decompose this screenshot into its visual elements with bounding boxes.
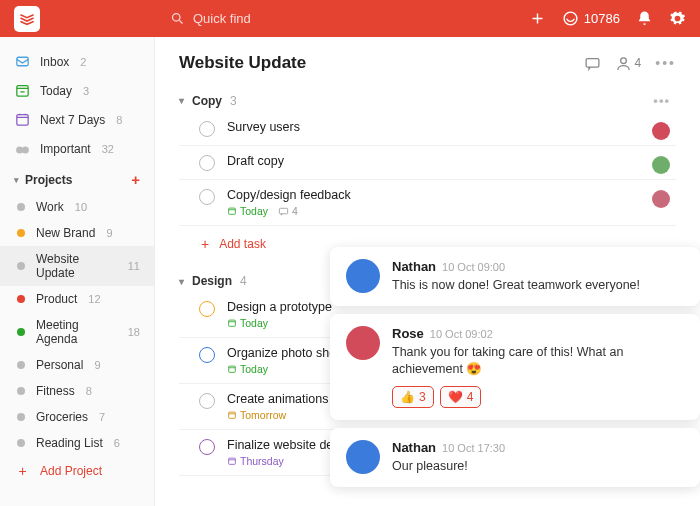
chevron-down-icon: ▾ <box>14 175 19 185</box>
comment-text: Our pleasure! <box>392 458 684 475</box>
section-header[interactable]: ▾ Copy 3 ••• <box>179 89 676 112</box>
quick-find[interactable]: Quick find <box>170 11 251 26</box>
comment-time: 10 Oct 09:02 <box>430 328 493 340</box>
project-color-icon <box>17 229 25 237</box>
search-icon <box>170 11 185 26</box>
plus-icon: + <box>201 236 209 252</box>
chevron-down-icon: ▾ <box>179 276 184 287</box>
task-title: Create animations <box>227 392 328 406</box>
plus-icon: + <box>14 462 31 479</box>
svg-rect-12 <box>229 366 236 372</box>
project-new-brand[interactable]: New Brand 9 <box>0 220 154 246</box>
section-copy: ▾ Copy 3 ••• Survey users Draft copy Cop… <box>179 89 676 262</box>
project-color-icon <box>17 439 25 447</box>
project-reading-list[interactable]: Reading List 6 <box>0 430 154 456</box>
comment-text: Thank you for taking care of this! What … <box>392 344 684 378</box>
task-title: Organize photo shoot <box>227 346 347 360</box>
project-meeting-agenda[interactable]: Meeting Agenda 18 <box>0 312 154 352</box>
task-checkbox[interactable] <box>199 155 215 171</box>
comment-avatar[interactable] <box>346 259 380 293</box>
svg-point-6 <box>22 146 29 153</box>
nav-important[interactable]: Important 32 <box>0 134 154 163</box>
svg-rect-14 <box>229 458 236 464</box>
topbar: Quick find 10786 <box>0 0 700 37</box>
comments-overlay: Nathan10 Oct 09:00 This is now done! Gre… <box>330 247 700 487</box>
people-button[interactable]: 4 <box>615 55 642 72</box>
add-project-button[interactable]: + Add Project <box>0 456 154 485</box>
comment-count[interactable]: 4 <box>278 205 298 217</box>
project-color-icon <box>17 413 25 421</box>
inbox-icon <box>14 53 31 70</box>
today-icon <box>14 82 31 99</box>
karma-icon <box>562 10 579 27</box>
task-checkbox[interactable] <box>199 301 215 317</box>
due-date: Today <box>227 205 268 217</box>
reaction-button[interactable]: 👍3 <box>392 386 434 408</box>
important-icon <box>14 140 31 157</box>
svg-rect-4 <box>17 115 28 126</box>
task-title: Copy/design feedback <box>227 188 351 202</box>
task-row[interactable]: Copy/design feedback Today 4 <box>179 180 676 226</box>
svg-point-0 <box>173 14 181 22</box>
comment-avatar[interactable] <box>346 440 380 474</box>
due-date: Today <box>227 363 268 375</box>
comment-avatar[interactable] <box>346 326 380 360</box>
svg-rect-2 <box>17 57 28 66</box>
project-groceries[interactable]: Groceries 7 <box>0 404 154 430</box>
task-checkbox[interactable] <box>199 189 215 205</box>
project-fitness[interactable]: Fitness 8 <box>0 378 154 404</box>
person-icon <box>615 55 632 72</box>
comment-time: 10 Oct 17:30 <box>442 442 505 454</box>
task-checkbox[interactable] <box>199 347 215 363</box>
task-row[interactable]: Draft copy <box>179 146 676 180</box>
project-color-icon <box>17 361 25 369</box>
assignee-avatar[interactable] <box>652 122 670 140</box>
project-color-icon <box>17 328 25 336</box>
comment-time: 10 Oct 09:00 <box>442 261 505 273</box>
reaction-button[interactable]: ❤️4 <box>440 386 482 408</box>
task-checkbox[interactable] <box>199 439 215 455</box>
more-icon[interactable]: ••• <box>653 93 670 108</box>
project-website-update[interactable]: Website Update 11 <box>0 246 154 286</box>
task-row[interactable]: Survey users <box>179 112 676 146</box>
comment-card: Nathan10 Oct 09:00 This is now done! Gre… <box>330 247 700 306</box>
nav-inbox[interactable]: Inbox 2 <box>0 47 154 76</box>
project-product[interactable]: Product 12 <box>0 286 154 312</box>
project-work[interactable]: Work 10 <box>0 194 154 220</box>
project-color-icon <box>17 387 25 395</box>
project-color-icon <box>17 203 25 211</box>
task-checkbox[interactable] <box>199 121 215 137</box>
sidebar: Inbox 2 Today 3 Next 7 Days 8 Important … <box>0 37 155 506</box>
nav-today[interactable]: Today 3 <box>0 76 154 105</box>
assignee-avatar[interactable] <box>652 156 670 174</box>
comment-card: Rose10 Oct 09:02 Thank you for taking ca… <box>330 314 700 420</box>
project-color-icon <box>17 295 25 303</box>
due-date: Tomorrow <box>227 409 286 421</box>
projects-header[interactable]: ▾ Projects + <box>0 163 154 194</box>
comments-icon[interactable] <box>584 55 601 72</box>
comment-author: Rose <box>392 326 424 341</box>
project-personal[interactable]: Personal 9 <box>0 352 154 378</box>
svg-rect-3 <box>17 86 28 97</box>
task-title: Survey users <box>227 120 300 134</box>
nav-next-7-days[interactable]: Next 7 Days 8 <box>0 105 154 134</box>
project-color-icon <box>17 262 25 270</box>
settings-icon[interactable] <box>669 10 686 27</box>
svg-rect-13 <box>229 412 236 418</box>
due-date: Thursday <box>227 455 284 467</box>
more-icon[interactable]: ••• <box>655 55 676 71</box>
notifications-icon[interactable] <box>636 10 653 27</box>
chevron-down-icon: ▾ <box>179 95 184 106</box>
svg-point-8 <box>620 57 626 63</box>
task-title: Draft copy <box>227 154 284 168</box>
assignee-avatar[interactable] <box>652 190 670 208</box>
task-checkbox[interactable] <box>199 393 215 409</box>
karma-counter[interactable]: 10786 <box>562 10 620 27</box>
svg-point-1 <box>564 12 577 25</box>
comment-author: Nathan <box>392 259 436 274</box>
app-logo[interactable] <box>14 6 40 32</box>
task-title: Design a prototype <box>227 300 332 314</box>
add-icon[interactable] <box>529 10 546 27</box>
svg-rect-7 <box>586 58 599 66</box>
add-project-icon[interactable]: + <box>131 171 140 188</box>
